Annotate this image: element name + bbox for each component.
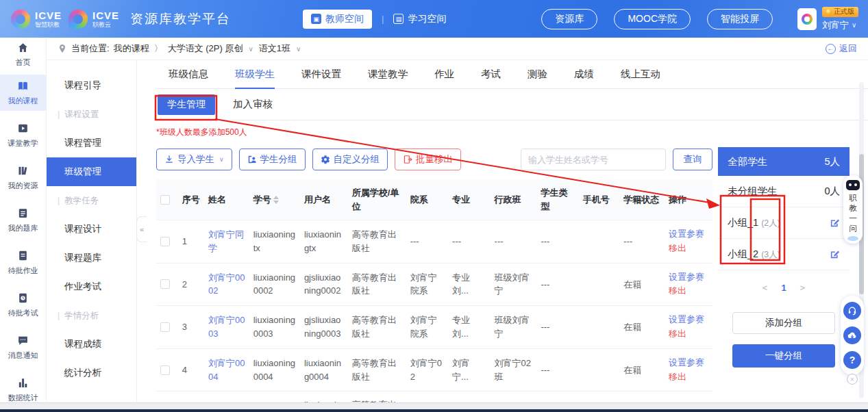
tab-5[interactable]: 考试 <box>481 68 501 88</box>
sidebar-item-exam[interactable]: 待批考试 <box>0 287 47 323</box>
select-all-checkbox[interactable] <box>160 195 170 205</box>
row-checkbox[interactable] <box>160 365 170 375</box>
menu-item-6[interactable]: 课程题库 <box>47 244 136 272</box>
tab-6[interactable]: 测验 <box>528 68 547 88</box>
app-window: ICVE 智慧职教 ICVE 职教云 资源库教学平台 ▣ 教师空间 | ▤ 学习… <box>0 0 868 412</box>
remove-student-link[interactable]: 移出 <box>669 242 708 256</box>
set-contest-link[interactable]: 设置参赛 <box>669 270 708 285</box>
student-name-link[interactable]: 刘宵宁0002 <box>208 272 245 296</box>
close-float-button[interactable]: × <box>847 374 858 385</box>
query-button[interactable]: 查询 <box>673 149 712 170</box>
chevron-down-icon[interactable]: ∨ <box>296 45 301 53</box>
collapse-sidebar-button[interactable]: « <box>136 216 147 242</box>
sidebar-item-play[interactable]: 课堂教学 <box>0 117 47 153</box>
tab-2[interactable]: 课件设置 <box>301 68 341 88</box>
tab-4[interactable]: 作业 <box>434 68 454 88</box>
menu-item-7[interactable]: 作业考试 <box>47 272 136 301</box>
set-contest-link[interactable]: 设置参赛 <box>669 227 708 242</box>
table-row: 1刘宵宁同学liuxiaoningtxliuxiaoningtx高等教育出版社-… <box>156 220 712 263</box>
header-pill-2[interactable]: 智能投屏 <box>707 9 773 29</box>
custom-group-button[interactable]: 自定义分组 <box>312 149 388 170</box>
menu-item-10[interactable]: 统计分析 <box>47 359 136 387</box>
assistant-label-char: 问 <box>849 224 857 234</box>
student-name-link[interactable]: 刘宵宁同学 <box>208 229 244 253</box>
student-search-input[interactable] <box>521 149 666 170</box>
group-students-button[interactable]: 学生分组 <box>239 149 306 170</box>
row-checkbox[interactable] <box>160 279 170 289</box>
student-name-link[interactable]: 刘宵宁0003 <box>208 315 245 339</box>
group-name: 小组_1 <box>728 216 758 229</box>
download-center-button[interactable] <box>843 326 861 344</box>
assistant-widget[interactable]: 职教一问 <box>843 175 863 244</box>
tab-8[interactable]: 线上互动 <box>621 68 660 88</box>
subtab-student-management[interactable]: 学生管理 <box>158 94 215 115</box>
group-item-1[interactable]: 小组_1(2人) <box>718 207 850 239</box>
row-checkbox[interactable] <box>160 322 170 332</box>
student-name-link[interactable]: 刘宵宁0004 <box>208 358 245 382</box>
resource-icon <box>17 165 29 178</box>
menu-item-3[interactable]: 班级管理 <box>47 157 136 186</box>
group-all-students[interactable]: 全部学生 5人 <box>718 147 850 176</box>
edit-icon <box>830 249 840 259</box>
help-button[interactable]: ? <box>843 351 861 369</box>
menu-item-0[interactable]: 课程引导 <box>47 71 136 100</box>
breadcrumb-my-courses[interactable]: 我的课程 <box>114 42 149 55</box>
customer-service-button[interactable] <box>843 302 861 320</box>
version-badge: 正式版 <box>822 7 858 17</box>
group-pagination: < 1 > <box>718 283 850 293</box>
subtab-join-review[interactable]: 加入审核 <box>233 98 273 111</box>
menu-section-8: 学情分析 <box>47 301 136 330</box>
remove-student-link[interactable]: 移出 <box>669 284 708 298</box>
learn-space-button[interactable]: ▤ 学习空间 <box>393 13 446 25</box>
nav-separator: | <box>382 14 384 24</box>
prev-page-button[interactable]: < <box>762 283 768 293</box>
next-page-button[interactable]: > <box>800 283 806 293</box>
tab-0[interactable]: 班级信息 <box>169 68 208 88</box>
play-icon <box>17 123 29 136</box>
group-count: (2人) <box>761 218 780 229</box>
remove-student-link[interactable]: 移出 <box>669 327 708 342</box>
sort-icon[interactable] <box>273 196 279 204</box>
sidebar-item-homework[interactable]: 待批作业 <box>0 244 47 281</box>
edit-group-button[interactable] <box>830 218 840 228</box>
row-checkbox[interactable] <box>160 237 170 246</box>
student-toolbar: 导入学生 ∨ 学生分组 自定义分组 批量移 <box>156 149 712 170</box>
menu-item-2[interactable]: 课程管理 <box>47 129 136 157</box>
teacher-space-button[interactable]: ▣ 教师空间 <box>303 10 372 29</box>
chevron-down-icon[interactable]: ∨ <box>248 45 253 53</box>
assistant-label-char: 教 <box>849 203 857 214</box>
user-menu[interactable]: 刘宵宁 ∨ <box>822 19 856 31</box>
back-button[interactable]: ← 返回 <box>826 42 857 55</box>
group-ungrouped-students[interactable]: 未分组学生 0人 <box>718 176 850 207</box>
sidebar-item-message[interactable]: 消息通知 <box>0 329 47 365</box>
remove-student-link[interactable]: 移出 <box>669 370 708 385</box>
set-contest-link[interactable]: 设置参赛 <box>669 356 708 370</box>
set-contest-link[interactable]: 设置参赛 <box>669 313 708 327</box>
menu-item-5[interactable]: 课程设计 <box>47 215 136 244</box>
breadcrumb-class[interactable]: 语文1班 <box>259 42 290 55</box>
breadcrumb-course[interactable]: 大学语文 (2P) 原创 <box>168 42 243 55</box>
icve-zhijiaoyun-logo: ICVE 职教云 <box>69 10 119 29</box>
add-group-button[interactable]: 添加分组 <box>732 312 835 334</box>
learn-space-icon: ▤ <box>393 14 404 24</box>
batch-remove-button[interactable]: 批量移出 <box>395 149 461 170</box>
tab-7[interactable]: 成绩 <box>574 68 594 88</box>
import-students-button[interactable]: 导入学生 ∨ <box>156 149 232 170</box>
user-avatar[interactable] <box>797 8 817 30</box>
sidebar-item-resource[interactable]: 我的资源 <box>0 159 47 196</box>
header-pill-1[interactable]: MOOC学院 <box>614 9 691 29</box>
menu-item-9[interactable]: 课程成绩 <box>47 330 136 359</box>
edit-group-button[interactable] <box>830 249 840 259</box>
sidebar-item-course[interactable]: 我的课程 <box>0 75 47 111</box>
sidebar-item-bank[interactable]: 我的题库 <box>0 202 47 238</box>
auto-group-button[interactable]: 一键分组 <box>732 344 835 368</box>
tab-3[interactable]: 课堂教学 <box>368 68 408 88</box>
icve-swirl-logo-icon <box>11 10 30 29</box>
tab-1[interactable]: 班级学生 <box>235 68 275 89</box>
header-pill-0[interactable]: 资源库 <box>541 9 597 29</box>
sidebar-item-home[interactable]: 首页 <box>0 38 47 72</box>
current-page[interactable]: 1 <box>781 283 786 293</box>
remove-doc-icon <box>403 155 412 164</box>
close-icon: × <box>850 376 854 383</box>
group-item-2[interactable]: 小组_2(3人) <box>718 239 850 270</box>
